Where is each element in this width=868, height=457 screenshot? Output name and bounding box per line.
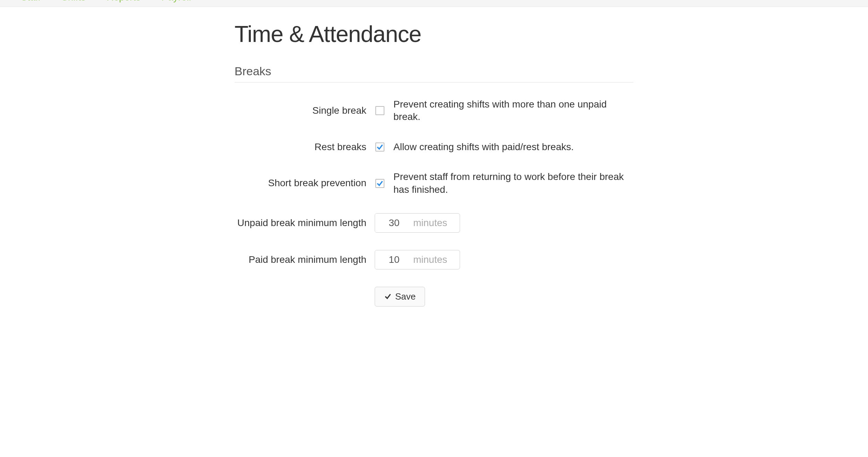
check-icon <box>384 293 392 300</box>
input-paid-min[interactable] <box>375 250 413 269</box>
desc-rest-breaks: Allow creating shifts with paid/rest bre… <box>393 141 574 153</box>
check-icon <box>376 143 384 151</box>
input-unpaid-min[interactable] <box>375 214 413 232</box>
nav-item-staff[interactable]: Staff <box>21 0 41 2</box>
check-icon <box>376 180 384 187</box>
label-rest-breaks: Rest breaks <box>235 141 366 153</box>
row-short-break-prevention: Short break prevention Prevent staff fro… <box>235 171 633 196</box>
save-spacer <box>235 287 375 307</box>
suffix-paid-min: minutes <box>413 254 453 265</box>
nav-item-reports[interactable]: Reports <box>107 0 141 2</box>
checkbox-cell <box>375 143 385 152</box>
checkbox-short-break-prevention[interactable] <box>375 179 384 188</box>
page-title: Time & Attendance <box>235 21 633 47</box>
save-button[interactable]: Save <box>375 287 425 307</box>
save-row: Save <box>235 287 633 307</box>
desc-short-break-prevention: Prevent staff from returning to work bef… <box>393 171 633 196</box>
nav-item-payroll[interactable]: Payroll <box>161 0 191 2</box>
suffix-unpaid-min: minutes <box>413 217 453 228</box>
row-unpaid-min: Unpaid break minimum length minutes <box>235 213 633 233</box>
label-single-break: Single break <box>235 104 366 117</box>
input-group-unpaid-min: minutes <box>375 213 460 233</box>
checkbox-single-break[interactable] <box>375 106 384 115</box>
row-rest-breaks: Rest breaks Allow creating shifts with p… <box>235 141 633 153</box>
save-button-label: Save <box>395 291 416 302</box>
input-group-paid-min: minutes <box>375 250 460 269</box>
checkbox-rest-breaks[interactable] <box>375 143 384 152</box>
section-title-breaks: Breaks <box>235 64 633 83</box>
checkbox-cell <box>375 179 385 188</box>
label-paid-min: Paid break minimum length <box>235 253 366 266</box>
top-nav: Staff Shifts Reports Payroll <box>0 0 868 7</box>
label-unpaid-min: Unpaid break minimum length <box>235 217 366 229</box>
row-single-break: Single break Prevent creating shifts wit… <box>235 98 633 123</box>
checkbox-cell <box>375 106 385 115</box>
desc-single-break: Prevent creating shifts with more than o… <box>393 98 633 123</box>
label-short-break-prevention: Short break prevention <box>235 177 366 189</box>
page-container: Time & Attendance Breaks Single break Pr… <box>202 7 666 327</box>
row-paid-min: Paid break minimum length minutes <box>235 250 633 269</box>
nav-item-shifts[interactable]: Shifts <box>61 0 86 2</box>
